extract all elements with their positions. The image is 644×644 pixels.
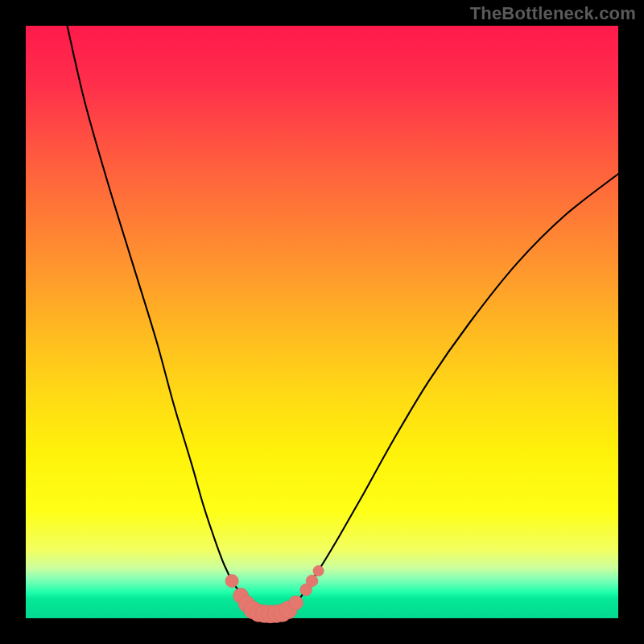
data-marker [289,596,303,610]
plot-area [26,26,618,618]
bottleneck-curve [26,26,618,618]
curve-path [68,26,618,613]
data-marker [306,575,318,587]
chart-frame: TheBottleneck.com [0,0,644,644]
data-marker [225,575,238,588]
data-marker [313,565,324,576]
watermark-text: TheBottleneck.com [470,3,636,24]
